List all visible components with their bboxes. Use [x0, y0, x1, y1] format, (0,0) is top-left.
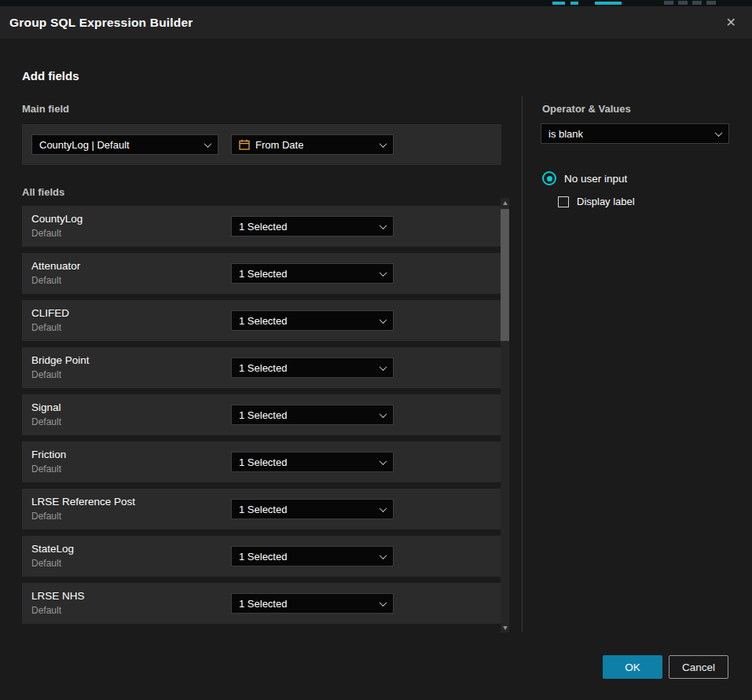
field-name: Signal [31, 401, 61, 413]
field-info: Friction Default [31, 449, 66, 475]
chevron-down-icon [380, 363, 387, 371]
background-fragment [692, 1, 702, 5]
field-info: LRSE Reference Post Default [31, 496, 135, 522]
all-fields-label: All fields [22, 186, 64, 198]
dropdown-value: 1 Selected [239, 315, 287, 327]
field-row: Friction Default 1 Selected [22, 442, 501, 482]
background-fragment [678, 1, 688, 5]
cancel-button[interactable]: Cancel [669, 655, 728, 679]
field-name: Attenuator [31, 260, 80, 272]
field-name: StateLog [31, 543, 74, 555]
operator-dropdown[interactable]: is blank [541, 123, 729, 144]
field-selection-dropdown[interactable]: 1 Selected [231, 357, 394, 378]
main-field-label: Main field [22, 103, 69, 115]
field-info: CountyLog Default [31, 213, 83, 239]
all-fields-list: CountyLog Default 1 Selected Attenuator … [22, 206, 501, 630]
field-selection-dropdown[interactable]: 1 Selected [231, 405, 394, 425]
field-subtitle: Default [31, 416, 61, 427]
field-selection-dropdown[interactable]: 1 Selected [231, 593, 394, 614]
screen: Group SQL Expression Builder ✕ Add field… [0, 0, 752, 700]
scrollbar-down-arrow[interactable] [501, 623, 509, 632]
radio-dot [547, 176, 552, 181]
field-name: Bridge Point [31, 354, 90, 366]
field-info: CLIFED Default [31, 307, 69, 333]
checkbox-label: Display label [577, 196, 635, 207]
display-label-checkbox[interactable]: Display label [558, 196, 635, 207]
field-selection-dropdown[interactable]: 1 Selected [231, 310, 394, 331]
dialog-titlebar: Group SQL Expression Builder ✕ [0, 6, 752, 38]
field-info: StateLog Default [31, 543, 74, 569]
chevron-down-icon [380, 599, 387, 607]
chevron-down-icon [715, 129, 723, 137]
field-subtitle: Default [31, 511, 135, 522]
chevron-down-icon [380, 457, 387, 465]
field-name: LRSE Reference Post [31, 496, 135, 508]
field-row: LRSE Reference Post Default 1 Selected [22, 489, 501, 530]
field-row: Bridge Point Default 1 Selected [22, 347, 501, 388]
chevron-down-icon [380, 552, 387, 559]
calendar-icon [239, 139, 250, 150]
field-name: CountyLog [31, 213, 83, 225]
field-row: LRSE NHS Default 1 Selected [22, 583, 501, 624]
field-row: CLIFED Default 1 Selected [22, 300, 501, 341]
main-field-field-dropdown[interactable]: From Date [231, 134, 394, 155]
sql-expression-builder-dialog: Group SQL Expression Builder ✕ Add field… [0, 6, 752, 700]
chevron-down-icon [380, 316, 387, 324]
dropdown-value: 1 Selected [239, 268, 287, 280]
dropdown-value: 1 Selected [239, 551, 287, 563]
chevron-down-icon [380, 222, 387, 229]
main-field-source-dropdown[interactable]: CountyLog | Default [31, 134, 218, 155]
radio-label: No user input [564, 173, 627, 185]
chevron-down-icon [204, 140, 212, 148]
triangle-up-icon [503, 201, 508, 205]
field-row: CountyLog Default 1 Selected [22, 206, 501, 247]
chevron-down-icon [380, 140, 387, 148]
dialog-footer: OK Cancel [603, 655, 728, 679]
radio-selected-icon [542, 171, 556, 185]
chevron-down-icon [380, 410, 387, 418]
field-selection-dropdown[interactable]: 1 Selected [231, 499, 394, 519]
dropdown-value: 1 Selected [239, 598, 287, 610]
add-fields-heading: Add fields [22, 69, 79, 82]
scrollbar[interactable] [501, 198, 509, 632]
field-row: StateLog Default 1 Selected [22, 536, 501, 577]
field-selection-dropdown[interactable]: 1 Selected [231, 216, 394, 236]
background-fragment [706, 1, 716, 5]
dropdown-value: 1 Selected [239, 504, 287, 515]
checkbox-unchecked-icon [558, 196, 569, 207]
field-subtitle: Default [31, 464, 66, 475]
field-name: LRSE NHS [31, 590, 85, 602]
dropdown-value: From Date [255, 139, 303, 151]
vertical-divider [522, 96, 523, 632]
chevron-down-icon [380, 504, 387, 512]
field-selection-dropdown[interactable]: 1 Selected [231, 546, 394, 566]
background-app-strip [0, 0, 752, 6]
operator-values-label: Operator & Values [542, 103, 631, 115]
field-subtitle: Default [31, 369, 90, 380]
dropdown-value: 1 Selected [239, 456, 287, 468]
field-subtitle: Default [31, 605, 85, 616]
dialog-title: Group SQL Expression Builder [9, 16, 193, 30]
background-fragment [570, 2, 578, 5]
dropdown-value: 1 Selected [239, 362, 287, 374]
scrollbar-thumb[interactable] [501, 209, 509, 341]
field-subtitle: Default [31, 322, 69, 333]
field-info: Signal Default [31, 401, 61, 427]
field-selection-dropdown[interactable]: 1 Selected [231, 452, 394, 472]
dropdown-value: is blank [548, 128, 583, 140]
dialog-body: Add fields Main field CountyLog | Defaul… [0, 38, 752, 700]
field-info: Bridge Point Default [31, 354, 90, 380]
scrollbar-up-arrow[interactable] [501, 198, 509, 207]
field-name: Friction [31, 449, 66, 460]
dropdown-value: CountyLog | Default [39, 139, 130, 151]
field-row: Signal Default 1 Selected [22, 394, 501, 435]
dropdown-value: 1 Selected [239, 409, 287, 421]
ok-button[interactable]: OK [603, 655, 662, 679]
close-icon[interactable]: ✕ [723, 15, 739, 31]
field-info: LRSE NHS Default [31, 590, 85, 616]
field-subtitle: Default [31, 558, 74, 569]
background-fragment [664, 1, 673, 5]
field-selection-dropdown[interactable]: 1 Selected [231, 263, 394, 284]
no-user-input-radio[interactable]: No user input [542, 171, 627, 185]
field-subtitle: Default [31, 228, 83, 239]
